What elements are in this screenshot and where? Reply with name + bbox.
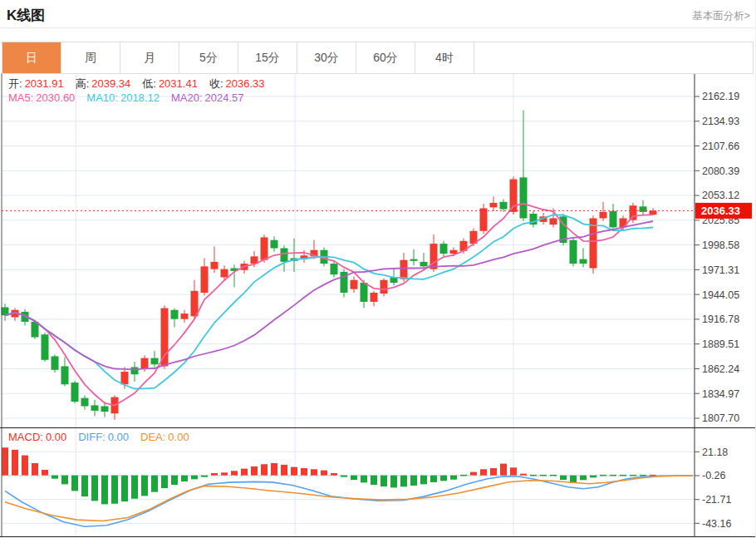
macd-bar bbox=[291, 467, 297, 476]
macd-bar bbox=[111, 476, 118, 504]
macd-bar bbox=[42, 470, 48, 476]
candle-body bbox=[81, 398, 89, 407]
candle-body bbox=[410, 259, 418, 261]
tab-日[interactable]: 日 bbox=[2, 42, 61, 73]
macd-bar bbox=[570, 476, 577, 483]
macd-bar bbox=[400, 476, 407, 487]
macd-bar bbox=[12, 450, 18, 476]
macd-bar bbox=[32, 463, 38, 476]
macd-bar bbox=[620, 475, 626, 476]
macd-bar bbox=[600, 475, 606, 476]
kline-widget: K线图 基本面分析> 2162.192134.932107.662080.392… bbox=[0, 0, 756, 538]
axis-tick-label: -43.16 bbox=[702, 518, 731, 530]
macd-bar bbox=[301, 468, 307, 476]
candle-body bbox=[42, 334, 49, 360]
tab-4时[interactable]: 4时 bbox=[415, 42, 474, 73]
macd-bar bbox=[420, 476, 427, 485]
candle-body bbox=[420, 262, 428, 266]
macd-bar bbox=[71, 476, 78, 491]
macd-bar bbox=[151, 476, 158, 492]
candle-body bbox=[380, 280, 388, 294]
candle-body bbox=[361, 283, 368, 302]
candle-body bbox=[211, 262, 218, 269]
macd-panel[interactable]: 21.18-0.26-21.71-43.16 bbox=[0, 428, 756, 538]
candle-body bbox=[151, 358, 159, 365]
macd-bar bbox=[271, 463, 277, 476]
tab-月[interactable]: 月 bbox=[120, 42, 179, 73]
macd-bar bbox=[52, 476, 58, 479]
tab-5分[interactable]: 5分 bbox=[179, 42, 238, 73]
candle-body bbox=[580, 259, 587, 264]
kline-chart[interactable]: 2162.192134.932107.662080.392053.122025.… bbox=[0, 0, 756, 538]
axis-tick-label: 1889.51 bbox=[702, 338, 739, 350]
macd-bar bbox=[201, 476, 208, 477]
macd-bar bbox=[530, 475, 537, 476]
macd-bar bbox=[410, 476, 417, 486]
macd-bar bbox=[500, 464, 507, 476]
tabbar-filler bbox=[474, 42, 753, 73]
tab-15分[interactable]: 15分 bbox=[238, 42, 297, 73]
macd-bar bbox=[630, 475, 636, 476]
macd-bar bbox=[480, 469, 487, 475]
candle-body bbox=[520, 177, 528, 218]
candle-body bbox=[570, 240, 577, 264]
macd-bar bbox=[221, 472, 228, 475]
macd-bar bbox=[440, 476, 447, 481]
macd-bar bbox=[550, 475, 557, 476]
macd-bar bbox=[141, 476, 148, 496]
candle-body bbox=[221, 269, 228, 278]
last-price-text: 2036.33 bbox=[701, 205, 740, 217]
candle-body bbox=[161, 308, 169, 367]
macd-bar bbox=[181, 476, 188, 481]
macd-bar bbox=[231, 471, 238, 475]
tab-周[interactable]: 周 bbox=[61, 42, 120, 73]
axis-tick-label: 1998.58 bbox=[702, 239, 739, 251]
macd-bar bbox=[430, 476, 437, 482]
main-candle-panel[interactable]: 2162.192134.932107.662080.392053.122025.… bbox=[0, 73, 756, 428]
candle-body bbox=[550, 218, 557, 225]
axis-tick-label: 21.18 bbox=[702, 447, 728, 458]
macd-bar bbox=[251, 466, 258, 476]
macd-bar bbox=[390, 476, 397, 488]
candle-body bbox=[181, 313, 189, 319]
macd-bar bbox=[121, 476, 128, 501]
macd-bar bbox=[380, 476, 387, 486]
macd-bar bbox=[640, 475, 646, 476]
candle-body bbox=[171, 310, 179, 319]
macd-bar bbox=[161, 476, 168, 488]
axis-tick-label: 1862.24 bbox=[702, 363, 739, 375]
candle-body bbox=[271, 240, 278, 249]
macd-bar bbox=[470, 472, 477, 476]
tab-30分[interactable]: 30分 bbox=[297, 42, 356, 73]
candle-body bbox=[121, 372, 129, 384]
macd-bar bbox=[510, 467, 517, 475]
candle-body bbox=[490, 203, 498, 207]
macd-bar bbox=[281, 465, 287, 476]
axis-tick-label: 1944.05 bbox=[702, 289, 739, 301]
period-tabbar: 日周月5分15分30分60分4时 bbox=[2, 42, 754, 74]
macd-bar bbox=[131, 476, 138, 499]
macd-bar bbox=[371, 476, 377, 485]
macd-bar bbox=[460, 475, 467, 476]
macd-bar bbox=[580, 476, 587, 481]
candle-body bbox=[52, 356, 59, 369]
axis-tick-label: 1834.97 bbox=[702, 388, 739, 400]
axis-tick-label: 1971.31 bbox=[702, 264, 739, 276]
candle-body bbox=[600, 212, 607, 219]
candle-body bbox=[371, 293, 378, 302]
macd-bar bbox=[361, 476, 367, 483]
axis-tick-label: 2134.93 bbox=[702, 116, 739, 127]
candle-body bbox=[331, 264, 338, 274]
macd-bar bbox=[450, 476, 457, 480]
macd-bar bbox=[191, 476, 198, 480]
macd-bar bbox=[341, 476, 347, 477]
tab-60分[interactable]: 60分 bbox=[356, 42, 415, 73]
macd-bar bbox=[171, 476, 178, 485]
axis-tick-label: 2162.19 bbox=[702, 91, 739, 102]
candle-body bbox=[32, 322, 39, 338]
macd-bar bbox=[331, 473, 337, 476]
candle-body bbox=[500, 202, 508, 210]
candle-body bbox=[71, 383, 79, 402]
axis-tick-label: -21.71 bbox=[702, 494, 731, 506]
dea-line bbox=[5, 476, 693, 521]
